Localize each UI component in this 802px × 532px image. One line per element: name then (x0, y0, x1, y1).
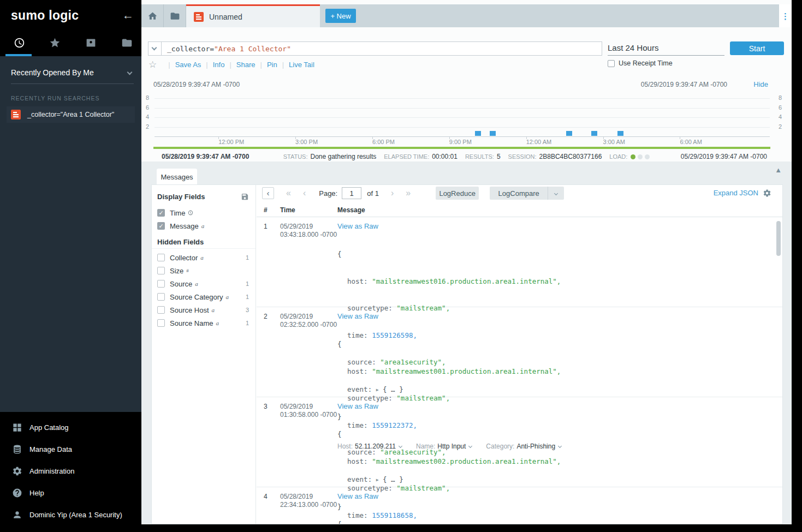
home-button[interactable] (141, 4, 164, 27)
histogram-bar[interactable] (475, 131, 481, 136)
page-number-input[interactable] (342, 187, 361, 199)
clock-type-icon (188, 210, 193, 216)
string-type-icon: a (212, 307, 215, 313)
time-range-selector[interactable]: Last 24 Hours (608, 40, 724, 56)
results-histogram[interactable]: 8 6 4 2 8 6 4 2 (155, 94, 770, 136)
save-as-link[interactable]: Save As (175, 61, 201, 69)
field-row-size[interactable]: Size # (152, 264, 256, 277)
checked-checkbox[interactable]: ✓ (157, 222, 165, 230)
receipt-time-checkbox[interactable] (608, 60, 615, 67)
new-tab-button[interactable]: + New (325, 9, 356, 23)
checked-checkbox[interactable]: ✓ (157, 209, 165, 217)
library-folder-icon[interactable] (121, 37, 133, 49)
field-row-source-host[interactable]: Source Host a 3 (152, 303, 256, 316)
message-row[interactable]: 3 05/29/201901:30:58.000 -0700 View as R… (257, 397, 782, 487)
pin-link[interactable]: Pin (267, 61, 277, 69)
scrollbar[interactable] (776, 219, 781, 523)
start-search-button[interactable]: Start (730, 41, 784, 55)
message-row[interactable]: 2 05/29/201902:32:52.000 -0700 View as R… (257, 307, 782, 397)
sidebar-nav (0, 36, 141, 50)
histogram-bar[interactable] (566, 131, 572, 136)
logcompare-dropdown[interactable] (548, 187, 564, 200)
tab-options-button[interactable]: ⋮ (779, 4, 792, 27)
gridline (155, 98, 770, 99)
search-query-input[interactable]: _collector="Area 1 Collector" (161, 41, 602, 56)
message-row[interactable]: 1 05/29/201903:43:18.000 -0700 View as R… (257, 217, 782, 307)
logcompare-button[interactable]: LogCompare (490, 187, 548, 200)
first-page-icon[interactable]: « (286, 188, 291, 198)
view-as-raw-link[interactable]: View as Raw (337, 402, 378, 410)
field-label: Time (170, 209, 185, 217)
histogram-bar[interactable] (490, 131, 496, 136)
collapse-sidebar-icon[interactable]: ← (122, 9, 134, 22)
histogram-bar[interactable] (591, 131, 597, 136)
hide-histogram-link[interactable]: Hide (753, 80, 768, 88)
sidebar-item-label: Manage Data (29, 445, 72, 453)
tab-unnamed[interactable]: Unnamed (186, 4, 320, 27)
sidebar-item-administration[interactable]: Administration (0, 460, 141, 482)
sidebar-item-label: Dominic Yip (Area 1 Security) (29, 511, 122, 519)
field-row-collector[interactable]: Collector a 1 (152, 251, 256, 264)
view-as-raw-link[interactable]: View as Raw (337, 312, 378, 320)
unchecked-checkbox[interactable] (157, 306, 165, 314)
string-type-icon: a (195, 280, 198, 287)
x-axis-tick: 9:00 PM (449, 139, 472, 145)
search-progress-bar (153, 147, 770, 149)
library-button[interactable] (164, 4, 186, 27)
field-row-source-name[interactable]: Source Name a 1 (152, 316, 256, 330)
unchecked-checkbox[interactable] (157, 319, 165, 327)
field-row-source[interactable]: Source a 1 (152, 277, 256, 290)
unchecked-checkbox[interactable] (157, 254, 165, 261)
collapse-fields-button[interactable]: ‹ (262, 187, 274, 199)
unchecked-checkbox[interactable] (157, 280, 165, 288)
recent-panel: Recently Opened By Me RECENTLY RUN SEARC… (0, 56, 141, 412)
sidebar-item-app-catalog[interactable]: App Catalog (0, 416, 141, 438)
help-icon (12, 488, 22, 498)
histogram-bar[interactable] (617, 131, 623, 136)
string-type-icon: a (226, 294, 229, 300)
last-page-icon[interactable]: » (406, 188, 411, 198)
unchecked-checkbox[interactable] (157, 267, 165, 274)
view-as-raw-link[interactable]: View as Raw (337, 492, 378, 500)
sidebar-item-label: Administration (29, 467, 74, 475)
x-axis-tick: 6:00 PM (372, 139, 395, 145)
sidebar-item-manage-data[interactable]: Manage Data (0, 438, 141, 460)
favorites-star-icon[interactable] (49, 37, 61, 49)
expand-json-link[interactable]: Expand JSON (714, 189, 758, 197)
row-time: 05/29/201901:30:58.000 -0700 (280, 403, 337, 419)
query-history-dropdown[interactable] (148, 41, 162, 56)
row-number: 3 (264, 403, 268, 410)
field-label: Source Category (170, 293, 223, 301)
message-row[interactable]: 4 05/28/201922:34:13.000 -0700 View as R… (257, 487, 782, 524)
string-type-icon: a (201, 223, 205, 229)
next-page-icon[interactable]: › (391, 188, 394, 198)
live-tail-link[interactable]: Live Tail (289, 61, 314, 69)
field-row-time[interactable]: ✓ Time (152, 206, 256, 219)
collapse-panel-icon[interactable]: ▲ (775, 166, 782, 174)
favorite-star-icon[interactable]: ☆ (148, 59, 157, 70)
info-link[interactable]: Info (213, 61, 225, 69)
tab-messages[interactable]: Messages (157, 169, 197, 185)
view-as-raw-link[interactable]: View as Raw (337, 222, 378, 230)
field-row-source-category[interactable]: Source Category a 1 (152, 290, 256, 303)
use-receipt-time[interactable]: Use Receipt Time (608, 59, 673, 67)
database-icon (12, 444, 22, 455)
sidebar-item-user-account[interactable]: Dominic Yip (Area 1 Security) (0, 504, 141, 525)
field-row-message[interactable]: ✓ Message a (152, 219, 256, 232)
sidebar-item-help[interactable]: Help (0, 482, 141, 504)
share-link[interactable]: Share (236, 61, 256, 69)
personal-library-icon[interactable] (85, 37, 97, 49)
session-label: SESSION: (508, 153, 537, 160)
recent-search-item[interactable]: _collector="Area 1 Collector" (7, 106, 135, 123)
logreduce-button[interactable]: LogReduce (436, 187, 479, 200)
save-fields-icon[interactable] (241, 193, 249, 201)
recent-panel-header[interactable]: Recently Opened By Me (11, 68, 134, 84)
log-json: { host: "mailstreamwest003.production.ar… (337, 502, 766, 524)
prev-page-icon[interactable]: ‹ (303, 188, 306, 198)
unchecked-checkbox[interactable] (157, 293, 165, 301)
list-settings-gear-icon[interactable] (763, 189, 771, 198)
recent-clock-icon[interactable] (14, 37, 25, 49)
sidebar-menu: App Catalog Manage Data Administration H… (0, 416, 141, 525)
query-field-text: _collector= (167, 45, 214, 53)
scrollbar-thumb[interactable] (776, 221, 781, 256)
